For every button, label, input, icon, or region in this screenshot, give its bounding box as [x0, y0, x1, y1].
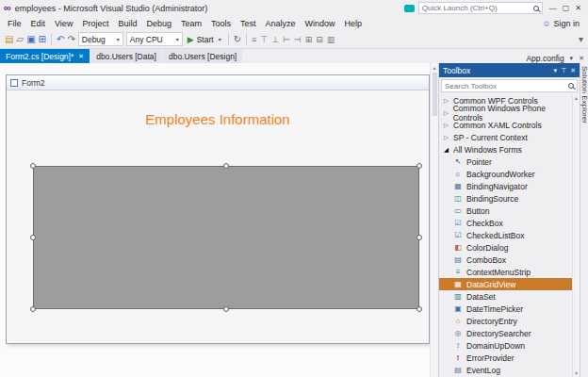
selection-handle[interactable] — [416, 235, 422, 240]
form2-designer-window[interactable]: Form2 Employees Information — [6, 74, 430, 344]
minimize-button[interactable]: — — [547, 4, 560, 12]
align-lefts-icon[interactable]: ≡ — [252, 35, 256, 44]
menu-tools[interactable]: Tools — [206, 18, 236, 29]
align-bottoms-icon[interactable]: ⊥ — [271, 35, 279, 44]
employees-information-label[interactable]: Employees Information — [7, 111, 429, 127]
size-to-grid-icon[interactable]: ⊟ — [316, 35, 323, 44]
tab-app-config[interactable]: App.config — [526, 54, 564, 63]
redo-icon[interactable]: ↷ — [67, 35, 74, 44]
scrollbar-thumb[interactable] — [433, 73, 437, 116]
menu-project[interactable]: Project — [77, 18, 113, 29]
selection-handle[interactable] — [30, 306, 36, 312]
platform-combo[interactable]: Any CPU ▾ — [126, 32, 183, 46]
save-icon[interactable]: ▣ — [26, 35, 35, 44]
toolbox-item-combobox[interactable]: ▤ ComboBox — [439, 254, 572, 266]
selection-handle[interactable] — [30, 235, 36, 240]
align-middles-icon[interactable]: ⊢ — [283, 35, 290, 44]
menu-debug[interactable]: Debug — [141, 18, 176, 29]
menu-file[interactable]: File — [3, 18, 26, 29]
close-icon[interactable]: ✕ — [570, 67, 576, 74]
toolbox-item-label: CheckBox — [466, 219, 503, 228]
open-file-icon[interactable]: ▱ — [16, 35, 24, 44]
toolbox-item-bindingsource[interactable]: ◫ BindingSource — [439, 192, 572, 205]
menu-test[interactable]: Test — [236, 18, 261, 29]
quick-launch-input[interactable] — [422, 4, 533, 12]
toolbox-item-label: Pointer — [466, 157, 492, 167]
toolbox-item-eventlog[interactable]: ▤ EventLog — [439, 364, 572, 376]
feedback-icon[interactable] — [404, 5, 415, 12]
sign-in-button[interactable]: Sign in — [553, 19, 580, 28]
toolbox-item-bindingnavigator[interactable]: ▦ BindingNavigator — [439, 180, 572, 192]
scroll-up-icon[interactable]: ▲ — [433, 65, 437, 71]
selection-handle[interactable] — [223, 163, 229, 169]
errorprovider-icon: ! — [453, 354, 463, 362]
menu-window[interactable]: Window — [301, 18, 340, 29]
toolbox-item-dataset[interactable]: ▥ DataSet — [439, 290, 572, 303]
align-centers-icon[interactable]: ⊣ — [294, 35, 302, 44]
active-files-dropdown-icon[interactable]: ▾ — [570, 55, 574, 62]
toolbar-options-icon[interactable]: ▾ — [579, 35, 583, 44]
selection-handle[interactable] — [223, 306, 229, 312]
new-project-icon[interactable]: ▤ — [5, 35, 13, 44]
toolbox-item-backgroundworker[interactable]: ☼ BackgroundWorker — [439, 168, 572, 180]
datagridview-control[interactable] — [33, 166, 419, 309]
toolbox-item-label: BackgroundWorker — [466, 170, 535, 179]
toolbox-item-datagridview[interactable]: ▦ DataGridView — [439, 278, 572, 290]
toolbox-item-button[interactable]: ▭ Button — [439, 205, 572, 217]
menu-team[interactable]: Team — [176, 18, 206, 29]
close-button[interactable]: ✕ — [572, 4, 584, 12]
align-tops-icon[interactable]: ⊤ — [260, 35, 268, 44]
right-edge-autohide-strip: Solution Explorer — [580, 63, 588, 377]
menu-analyze[interactable]: Analyze — [261, 18, 301, 29]
maximize-button[interactable]: ▢ — [560, 4, 573, 12]
selection-handle[interactable] — [416, 306, 422, 312]
chevron-down-icon[interactable]: ▾ — [554, 67, 558, 74]
toolbox-item-checkedlistbox[interactable]: ☑ CheckedListBox — [439, 229, 572, 241]
save-all-icon[interactable]: ⊞ — [39, 35, 46, 44]
toolbox-item-directoryentry[interactable]: ⌂ DirectoryEntry — [439, 315, 572, 327]
toolbox-item-contextmenustrip[interactable]: ≡ ContextMenuStrip — [439, 266, 572, 278]
quick-launch — [418, 2, 543, 14]
solution-explorer-autohide-tab[interactable]: Solution Explorer — [580, 66, 588, 123]
layout-grid-icon[interactable]: ▥ — [327, 35, 335, 44]
search-icon — [568, 83, 574, 89]
tab-dbo-users-data[interactable]: dbo.Users [Data] — [90, 49, 162, 63]
toolbox-item-datetimepicker[interactable]: ▣ DateTimePicker — [439, 303, 572, 315]
undo-icon[interactable]: ↶ — [57, 35, 64, 44]
scroll-down-icon[interactable]: ▼ — [574, 370, 579, 376]
tab-dbo-users-design[interactable]: dbo.Users [Design] — [163, 49, 242, 63]
form-client-area[interactable]: Employees Information — [7, 90, 429, 342]
tab-form2-design[interactable]: Form2.cs [Design]* ✕ — [0, 49, 90, 63]
toolbox-group-current-context[interactable]: ▷ SP - Current Context — [439, 131, 572, 143]
toolbox-group-windows-phone[interactable]: ▷ Common Windows Phone Controls — [439, 107, 572, 119]
toolbox-item-checkbox[interactable]: ☑ CheckBox — [439, 217, 572, 229]
toolbox-header[interactable]: Toolbox ▾ ⊤ ✕ — [439, 63, 580, 77]
toolbox-item-colordialog[interactable]: ◧ ColorDialog — [439, 241, 572, 254]
toolbox-vertical-scrollbar[interactable]: ▲ ▼ — [572, 94, 580, 377]
pin-icon[interactable]: ⊤ — [561, 67, 566, 74]
designer-vertical-scrollbar[interactable]: ▲ — [430, 63, 438, 377]
toolbox-item-label: DataGridView — [466, 280, 515, 289]
toolbox-item-domainupdown[interactable]: ↕ DomainUpDown — [439, 339, 572, 352]
menu-view[interactable]: View — [50, 18, 77, 29]
selection-handle[interactable] — [30, 163, 36, 169]
menu-help[interactable]: Help — [340, 18, 368, 29]
toolbox-search-input[interactable] — [445, 82, 568, 90]
group-label: SP - Current Context — [453, 133, 528, 142]
toolbox-item-directorysearcher[interactable]: ◎ DirectorySearcher — [439, 327, 572, 339]
debug-target-combo[interactable]: Debug ▾ — [78, 32, 123, 46]
menu-edit[interactable]: Edit — [26, 18, 51, 29]
close-icon[interactable]: ✕ — [78, 53, 84, 60]
toolbox-item-errorprovider[interactable]: ! ErrorProvider — [439, 352, 572, 364]
menu-bar: File Edit View Project Build Debug Team … — [0, 16, 588, 30]
scroll-up-icon[interactable]: ▲ — [574, 95, 579, 101]
start-debug-button[interactable]: ▶ Start ▾ — [186, 35, 223, 44]
selection-handle[interactable] — [416, 163, 422, 169]
toolbox-item-label: DataSet — [466, 292, 496, 302]
make-same-size-icon[interactable]: ⊞ — [305, 35, 313, 44]
toolbox-item-pointer[interactable]: ↖ Pointer — [439, 156, 572, 168]
refresh-icon[interactable]: ↻ — [234, 35, 241, 44]
toolbox-group-all-windows-forms[interactable]: ◢ All Windows Forms — [439, 143, 572, 156]
menu-build[interactable]: Build — [113, 18, 141, 29]
close-icon[interactable]: ✕ — [579, 55, 584, 62]
